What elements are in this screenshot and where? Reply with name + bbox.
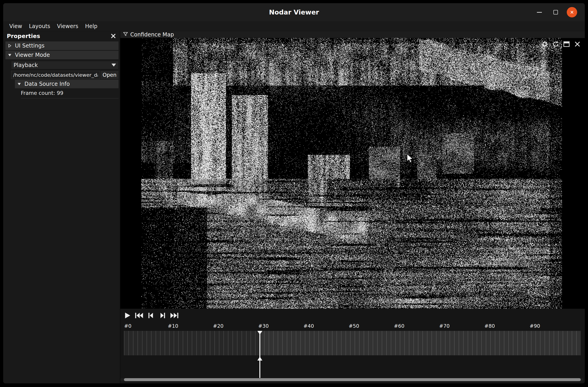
minimize-icon [537, 12, 542, 13]
filter-icon[interactable] [123, 32, 128, 37]
data-source-info-label: Data Source Info [24, 81, 70, 87]
maximize-window-button[interactable] [550, 7, 561, 17]
panel-button[interactable] [562, 40, 571, 48]
close-icon [574, 41, 581, 47]
timeline-tick-label: #40 [303, 323, 314, 329]
timeline-scrollbar-thumb[interactable] [124, 378, 581, 381]
viewport-toolbar [541, 40, 582, 48]
playhead-handle-bottom[interactable] [257, 357, 262, 361]
playhead-handle-top[interactable] [257, 331, 262, 335]
refresh-icon [552, 41, 559, 48]
playhead-line[interactable] [259, 331, 260, 378]
timeline-tick-label: #20 [213, 323, 223, 329]
timeline-tick-label: #60 [394, 323, 404, 329]
timeline-track[interactable] [124, 331, 581, 355]
timeline-tick-label: #90 [530, 323, 540, 329]
skip-to-start-button[interactable] [134, 310, 144, 321]
viewer-tabstrip: Confidence Map [120, 31, 585, 38]
timeline-tick-label: #0 [124, 323, 131, 329]
close-icon [110, 33, 116, 39]
chevron-down-icon [8, 53, 12, 57]
menubar: View Layouts Viewers Help [3, 21, 585, 31]
previous-frame-icon [147, 312, 154, 319]
menu-view[interactable]: View [6, 23, 25, 30]
data-source-info-section-header[interactable]: Data Source Info [15, 80, 119, 88]
ui-settings-section-header[interactable]: UI Settings [5, 41, 119, 50]
confidence-map-image[interactable] [141, 38, 562, 309]
timeline-tick-label: #80 [484, 323, 495, 329]
skip-to-end-button[interactable] [169, 310, 180, 321]
skip-to-start-icon [135, 312, 144, 319]
chevron-down-icon [17, 82, 21, 86]
close-view-button[interactable] [573, 40, 582, 48]
timeline-tick-label: #30 [258, 323, 269, 329]
titlebar[interactable]: Nodar Viewer [3, 3, 585, 21]
timeline: #0 #10 #20 #30 #40 #50 #60 #70 #80 #90 [120, 322, 585, 383]
viewer-mode-label: Viewer Mode [15, 52, 50, 58]
menu-viewers[interactable]: Viewers [54, 23, 82, 30]
next-frame-button[interactable] [157, 310, 168, 321]
refresh-button[interactable] [551, 40, 560, 48]
window-controls [534, 3, 577, 21]
settings-button[interactable] [541, 40, 549, 48]
viewer-panel: Confidence Map [120, 31, 585, 383]
timeline-played-region [260, 331, 581, 355]
dataset-path-input[interactable] [11, 71, 100, 79]
open-dataset-button[interactable]: Open [101, 71, 119, 79]
timeline-tick-label: #10 [168, 323, 178, 329]
dataset-path-row: Open [11, 71, 119, 79]
next-frame-icon [159, 312, 166, 319]
properties-title: Properties [7, 33, 40, 39]
close-properties-button[interactable] [109, 32, 117, 40]
chevron-right-icon [8, 44, 12, 48]
tab-confidence-map[interactable]: Confidence Map [130, 31, 174, 38]
image-viewport [120, 38, 585, 309]
timeline-tick-label: #50 [349, 323, 359, 329]
playback-controls [120, 309, 585, 322]
menu-help[interactable]: Help [82, 23, 101, 30]
minimize-window-button[interactable] [534, 7, 545, 17]
chevron-down-icon [111, 64, 116, 67]
viewer-mode-section-header[interactable]: Viewer Mode [5, 51, 119, 59]
close-icon [569, 10, 574, 15]
settings-icon [541, 41, 548, 48]
mode-select[interactable]: Playback [11, 61, 119, 69]
mode-select-value: Playback [14, 62, 38, 68]
maximize-icon [553, 10, 558, 15]
close-window-button[interactable] [567, 7, 577, 17]
properties-header: Properties [3, 31, 120, 41]
panel-icon [563, 41, 570, 48]
play-button[interactable] [122, 310, 132, 321]
timeline-tick-label: #70 [439, 323, 450, 329]
window-title: Nodar Viewer [3, 8, 585, 16]
menu-layouts[interactable]: Layouts [25, 23, 54, 30]
frame-count-text: Frame count: 99 [21, 90, 119, 98]
previous-frame-button[interactable] [146, 310, 156, 321]
skip-to-end-icon [170, 312, 179, 319]
ui-settings-label: UI Settings [15, 43, 44, 49]
app-window: Nodar Viewer View Layouts Viewers Help P… [3, 3, 585, 383]
play-icon [124, 312, 131, 319]
properties-panel: Properties UI Settings [3, 31, 120, 383]
